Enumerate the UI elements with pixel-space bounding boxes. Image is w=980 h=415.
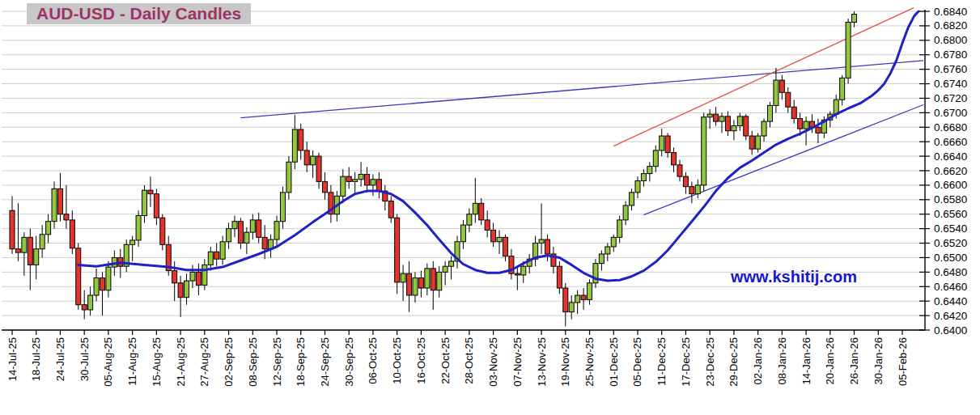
x-tick-label: 15-Aug-25 bbox=[151, 337, 163, 387]
candle-up bbox=[588, 283, 592, 300]
candle-down bbox=[304, 150, 309, 165]
x-tick-label: 27-Aug-25 bbox=[198, 337, 210, 387]
candle-down bbox=[479, 203, 484, 220]
candle-up bbox=[232, 222, 237, 229]
y-tick-label: 0.6440 bbox=[934, 295, 967, 307]
candle-down bbox=[160, 218, 165, 244]
candle-up bbox=[280, 193, 285, 222]
candle-down bbox=[515, 273, 520, 275]
candle-up bbox=[599, 254, 604, 264]
candle-up bbox=[695, 185, 700, 194]
candle-down bbox=[677, 165, 682, 176]
y-tick-label: 0.6660 bbox=[934, 136, 967, 148]
candle-down bbox=[407, 273, 412, 295]
x-tick-label: 02-Jan-26 bbox=[752, 337, 764, 385]
candle-up bbox=[630, 193, 634, 205]
y-tick-label: 0.6820 bbox=[934, 19, 967, 32]
candle-down bbox=[28, 237, 32, 265]
candle-down bbox=[545, 239, 549, 254]
y-tick-label: 0.6560 bbox=[934, 208, 967, 220]
y-tick-label: 0.6460 bbox=[934, 281, 967, 293]
candle-up bbox=[292, 129, 297, 162]
x-tick-label: 17-Dec-25 bbox=[680, 337, 692, 387]
candle-up bbox=[569, 303, 574, 312]
y-tick-label: 0.6740 bbox=[934, 78, 967, 90]
candle-up bbox=[460, 225, 465, 242]
x-tick-label: 30-Sep-25 bbox=[343, 337, 355, 387]
candle-up bbox=[834, 100, 838, 114]
y-tick-label: 0.6640 bbox=[934, 150, 967, 163]
candle-down bbox=[725, 116, 730, 131]
candle-down bbox=[196, 272, 201, 285]
candle-up bbox=[106, 267, 111, 290]
candle-up bbox=[653, 150, 658, 167]
y-tick-label: 0.6540 bbox=[934, 222, 967, 235]
candle-up bbox=[341, 176, 346, 196]
x-tick-label: 18-Sep-25 bbox=[295, 337, 307, 387]
candle-up bbox=[353, 180, 358, 182]
y-tick-label: 0.6520 bbox=[934, 237, 967, 249]
candle-up bbox=[737, 116, 742, 126]
candle-down bbox=[791, 107, 796, 118]
y-tick-label: 0.6700 bbox=[934, 107, 967, 119]
candle-up bbox=[575, 295, 580, 303]
y-tick-label: 0.6400 bbox=[934, 324, 967, 337]
candle-down bbox=[557, 266, 562, 288]
candle-down bbox=[238, 222, 243, 243]
candle-up bbox=[443, 266, 448, 272]
y-tick-label: 0.6720 bbox=[934, 92, 967, 104]
candle-up bbox=[707, 114, 712, 117]
candle-up bbox=[467, 214, 472, 225]
candle-up bbox=[190, 272, 195, 281]
candle-down bbox=[418, 278, 423, 289]
candle-down bbox=[563, 288, 568, 312]
candle-up bbox=[641, 174, 646, 181]
candle-up bbox=[762, 121, 766, 136]
candle-up bbox=[635, 181, 640, 193]
candle-up bbox=[719, 116, 724, 121]
candle-up bbox=[846, 22, 851, 78]
candles-layer bbox=[10, 11, 857, 327]
y-tick-label: 0.6420 bbox=[934, 310, 967, 322]
candle-down bbox=[376, 180, 381, 191]
x-tick-label: 29-Dec-25 bbox=[728, 337, 740, 387]
x-tick-label: 19-Nov-25 bbox=[559, 337, 571, 387]
candle-down bbox=[581, 295, 586, 299]
candle-down bbox=[714, 114, 719, 121]
candle-up bbox=[244, 232, 249, 243]
y-tick-label: 0.6580 bbox=[934, 193, 967, 205]
candle-up bbox=[88, 295, 93, 310]
candle-up bbox=[52, 188, 57, 221]
y-tick-label: 0.6760 bbox=[934, 63, 967, 75]
candle-down bbox=[154, 194, 159, 218]
x-tick-label: 11-Dec-25 bbox=[655, 337, 668, 386]
x-axis-labels: 14-Jul-2518-Jul-2524-Jul-2530-Jul-2505-A… bbox=[6, 330, 909, 387]
candle-up bbox=[130, 240, 135, 244]
candle-down bbox=[100, 278, 104, 290]
y-tick-label: 0.6600 bbox=[934, 179, 967, 191]
x-tick-label: 14-Jan-26 bbox=[800, 337, 812, 385]
candle-down bbox=[178, 283, 183, 298]
x-tick-label: 14-Jul-25 bbox=[6, 337, 19, 381]
candle-down bbox=[70, 220, 74, 248]
x-tick-label: 08-Sep-25 bbox=[247, 337, 259, 387]
y-tick-label: 0.6480 bbox=[934, 266, 967, 278]
candle-up bbox=[852, 15, 857, 23]
x-tick-label: 05-Aug-25 bbox=[102, 337, 114, 387]
candle-up bbox=[623, 205, 628, 220]
candle-down bbox=[64, 214, 69, 220]
candlestick-chart: 0.68400.68200.68000.67800.67600.67400.67… bbox=[0, 0, 980, 415]
candle-up bbox=[413, 278, 418, 295]
candle-down bbox=[779, 80, 784, 92]
watermark-link[interactable]: www.kshitij.com bbox=[731, 268, 857, 286]
candle-up bbox=[756, 136, 761, 149]
candle-up bbox=[142, 190, 147, 215]
candle-up bbox=[840, 78, 845, 100]
x-tick-label: 11-Aug-25 bbox=[126, 337, 138, 386]
candle-down bbox=[491, 230, 496, 241]
candle-down bbox=[683, 176, 688, 187]
x-tick-label: 18-Jul-25 bbox=[30, 337, 42, 381]
candle-down bbox=[148, 190, 153, 193]
candle-down bbox=[744, 116, 749, 136]
candle-down bbox=[431, 269, 435, 290]
